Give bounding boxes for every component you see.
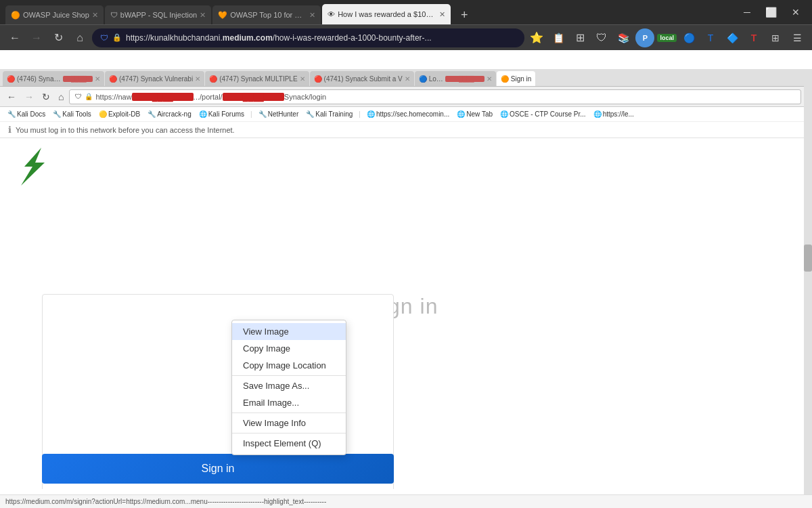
warning-text: You must log in to this network before y… (16, 126, 235, 134)
inner-bookmark-nethunter[interactable]: 🔧 NetHunter (255, 110, 302, 119)
inner-bookmark-aircrack[interactable]: 🔧 Aircrack-ng (144, 110, 195, 119)
inner-tab-close-icon[interactable]: ✕ (487, 75, 492, 83)
inner-tab-3[interactable]: 🔴 (4747) Synack MULTIPLE ✕ (205, 71, 309, 86)
shield-button[interactable]: 🛡 (592, 28, 611, 47)
inner-tab-title: Log in (429, 75, 443, 83)
translate-icon[interactable]: T (701, 28, 720, 47)
address-path: /how-i-was-rewarded-a-1000-bounty-after-… (273, 33, 432, 43)
address-bar[interactable]: 🛡 🔒 https://kunalkhubchandani.medium.com… (92, 28, 524, 47)
grid-icon[interactable]: ⊞ (766, 28, 785, 47)
context-menu-sep-2 (232, 412, 346, 413)
address-text: https://kunalkhubchandani.medium.com/how… (126, 33, 432, 43)
red-icon[interactable]: T (744, 28, 763, 47)
inner-bookmarks-bar: 🔧 Kali Docs 🔧 Kali Tools 🟡 Exploit-DB 🔧 … (0, 107, 805, 122)
bookmark-icon[interactable]: ⭐ (527, 28, 546, 47)
tab-owasp-top10[interactable]: 🧡 OWASP Top 10 for Web ✕ (212, 5, 321, 24)
signin-button[interactable]: Sign in (42, 454, 394, 484)
shield-icon: 🛡 (100, 33, 108, 43)
tab-close-icon[interactable]: ✕ (309, 11, 315, 20)
tab-close-icon[interactable]: ✕ (200, 11, 206, 20)
screenshots-icon[interactable]: 📋 (549, 28, 568, 47)
warning-icon: ℹ (8, 125, 12, 135)
inner-tab-close-icon[interactable]: ✕ (95, 75, 100, 83)
back-button[interactable]: ← (5, 28, 24, 47)
bookmark-sep-1: | (248, 110, 254, 118)
profile-icon: P (643, 34, 648, 42)
inner-bookmark-exploit-db[interactable]: 🟡 Exploit-DB (95, 110, 143, 119)
profile-button[interactable]: P (635, 28, 654, 47)
nav-bar: ← → ↻ ⌂ 🛡 🔒 https://kunalkhubchandani.me… (0, 24, 812, 50)
inner-tab-4[interactable]: 🔴 (4741) Synack Submit a V ✕ (310, 71, 414, 86)
tab-owasp-juice[interactable]: 🟠 OWASP Juice Shop ✕ (5, 5, 104, 24)
signin-button-label: Sign in (202, 463, 235, 475)
green-logo-topleft (11, 148, 51, 188)
inner-page-content: Sign in View Image Copy Image Copy Image… (0, 138, 805, 489)
forward-button[interactable]: → (27, 28, 46, 47)
exploit-db-icon: 🟡 (99, 110, 107, 118)
sync-icon[interactable]: 🔵 (679, 28, 698, 47)
inner-tab-close-icon[interactable]: ✕ (300, 75, 305, 83)
tab-close-icon[interactable]: ✕ (439, 10, 445, 19)
inner-tab-favicon: 🔴 (209, 75, 217, 83)
add-tab-button[interactable]: + (455, 5, 474, 24)
inner-refresh-button[interactable]: ↻ (39, 90, 53, 104)
inner-bookmark-new-tab[interactable]: 🌐 New Tab (453, 110, 496, 119)
tab-medium-active[interactable]: 👁 How I was rewarded a $1000 b... ✕ (322, 4, 451, 24)
osce-icon: 🌐 (500, 110, 508, 118)
inner-tab-1[interactable]: 🔴 (4746) Synack B ████ ✕ (3, 71, 104, 86)
context-menu-item-inspect[interactable]: Inspect Element (Q) (232, 435, 346, 452)
inner-bookmark-kali-docs[interactable]: 🔧 Kali Docs (4, 110, 49, 119)
inner-tab-favicon: 🔴 (7, 75, 15, 83)
network-warning-bar: ℹ You must log in to this network before… (0, 122, 805, 138)
aircrack-icon: 🔧 (148, 110, 156, 118)
inner-tab-6[interactable]: 🟠 Sign in (497, 71, 536, 86)
context-menu: View Image Copy Image Copy Image Locatio… (231, 320, 346, 455)
inner-bookmark-kali-forums[interactable]: 🌐 Kali Forums (196, 110, 248, 119)
inner-tab-5[interactable]: 🔵 Log in ████ ✕ (415, 71, 496, 86)
inner-bookmark-kali-training[interactable]: 🔧 Kali Training (302, 110, 356, 119)
inner-bookmark-kali-tools[interactable]: 🔧 Kali Tools (49, 110, 95, 119)
window-controls: ─ ⬜ ✕ (737, 4, 807, 20)
context-menu-item-view-image[interactable]: View Image (232, 323, 346, 340)
inner-home-button[interactable]: ⌂ (55, 90, 66, 104)
refresh-button[interactable]: ↻ (49, 28, 68, 47)
title-bar: 🟠 OWASP Juice Shop ✕ 🛡 bWAPP - SQL Injec… (0, 0, 812, 24)
context-menu-item-email-image[interactable]: Email Image... (232, 394, 346, 411)
minimize-button[interactable]: ─ (737, 4, 757, 20)
home-button[interactable]: ⌂ (70, 28, 89, 47)
inner-bookmark-sec[interactable]: 🌐 https://sec.homecomin... (363, 110, 453, 119)
tab-bwapp[interactable]: 🛡 bWAPP - SQL Injection ✕ (105, 5, 211, 24)
inner-tab-title: (4747) Synack MULTIPLE (219, 75, 297, 83)
context-menu-item-view-info[interactable]: View Image Info (232, 415, 346, 431)
inner-tab-2[interactable]: 🔴 (4747) Synack Vulnerabi ✕ (105, 71, 204, 86)
inner-forward-button[interactable]: → (22, 90, 37, 104)
tab-title: bWAPP - SQL Injection (120, 11, 197, 19)
vpn-icon[interactable]: 🔷 (723, 28, 742, 47)
inner-lock-icon: 🔒 (85, 93, 93, 100)
inner-address-bar[interactable]: 🛡 🔒 https://naw████.../portal/████Synack… (69, 89, 801, 104)
inner-tab-close-icon[interactable]: ✕ (405, 75, 410, 83)
address-domain: medium.com (223, 33, 273, 43)
library-icon[interactable]: 📚 (614, 28, 633, 47)
inner-tab-title: (4746) Synack B (17, 75, 61, 83)
close-button[interactable]: ✕ (785, 4, 807, 20)
right-scrollbar[interactable] (804, 69, 812, 508)
inner-bookmark-le[interactable]: 🌐 https://le... (590, 110, 637, 119)
maximize-button[interactable]: ⬜ (759, 4, 784, 20)
context-menu-item-save-image[interactable]: Save Image As... (232, 377, 346, 394)
tab-close-icon[interactable]: ✕ (92, 11, 98, 20)
address-prefix: https://kunalkhubchandani. (126, 33, 223, 43)
inner-back-button[interactable]: ← (4, 90, 19, 104)
inner-browser-window: 🔴 (4746) Synack B ████ ✕ 🔴 (4747) Synack… (0, 69, 805, 494)
context-menu-item-copy-location[interactable]: Copy Image Location (232, 357, 346, 374)
scrollbar-thumb[interactable] (804, 245, 812, 272)
inner-tab-close-icon[interactable]: ✕ (195, 75, 200, 83)
browser-chrome: 🟠 OWASP Juice Shop ✕ 🛡 bWAPP - SQL Injec… (0, 0, 812, 50)
bolt-logo-svg (11, 148, 51, 186)
new-tab-icon: 🌐 (457, 110, 465, 118)
app-menu-icon[interactable]: ⊞ (570, 28, 589, 47)
tab-favicon: 🟠 (11, 11, 20, 20)
inner-bookmark-osce[interactable]: 🌐 OSCE - CTP Course Pr... (497, 110, 589, 119)
hamburger-menu[interactable]: ☰ (788, 28, 807, 47)
context-menu-item-copy-image[interactable]: Copy Image (232, 340, 346, 357)
